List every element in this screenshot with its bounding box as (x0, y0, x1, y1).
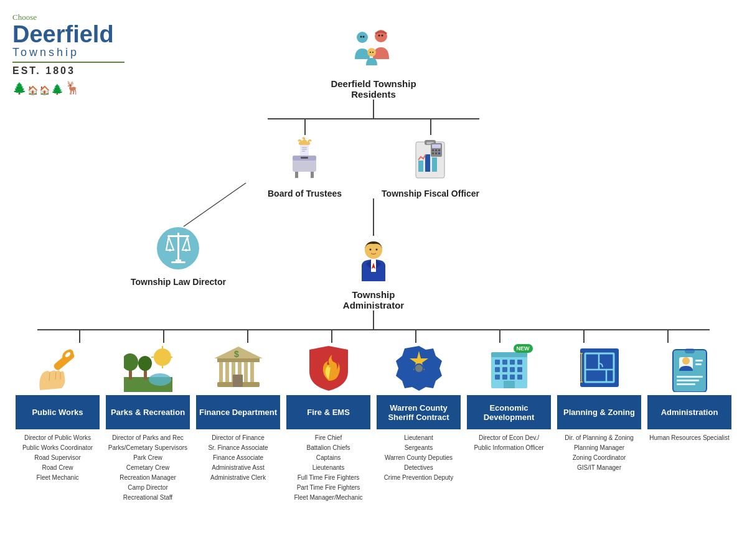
dept-parks-rec: Parks & Recreation Director of Parks and… (103, 343, 193, 503)
svg-rect-72 (250, 361, 254, 385)
logo-est: EST. 1803 (12, 65, 187, 77)
dept-header-admin: Administration (647, 395, 731, 429)
conn-residents-down (373, 100, 374, 118)
dept-header-planning: Planning & Zoning (557, 395, 641, 429)
svg-rect-38 (171, 261, 186, 263)
svg-point-7 (370, 52, 371, 53)
svg-rect-18 (295, 172, 298, 178)
residents-icon (349, 25, 398, 75)
svg-point-41 (185, 249, 187, 251)
dept-staff-fire: Fire Chief Battalion Chiefs Captains Lie… (286, 433, 370, 503)
svg-rect-91 (495, 375, 500, 380)
law-director-label: Township Law Director (131, 277, 226, 287)
svg-point-49 (375, 248, 377, 250)
new-badge: NEW (514, 344, 533, 353)
dept-v-lines (37, 330, 710, 343)
svg-rect-34 (438, 152, 440, 154)
dept-public-works: Public Works Director of Public Works Pu… (12, 343, 103, 483)
svg-rect-31 (438, 149, 440, 151)
svg-rect-112 (677, 380, 699, 381)
svg-rect-33 (435, 152, 437, 154)
svg-point-56 (154, 348, 171, 366)
svg-rect-68 (225, 361, 229, 385)
dept-fire-ems: Fire & EMS Fire Chief Battalion Chiefs C… (283, 343, 374, 503)
svg-rect-95 (504, 381, 515, 388)
svg-point-40 (169, 249, 171, 251)
svg-rect-24 (418, 161, 423, 172)
administrator-label: Township Administrator (324, 289, 423, 310)
dept-staff-finance: Director of Finance Sr. Finance Associat… (196, 433, 280, 483)
diagonal-connector (156, 180, 342, 230)
svg-rect-30 (435, 149, 437, 151)
logo-deerfield: Deerfield (12, 22, 114, 46)
administrator-icon (349, 236, 398, 286)
dept-econ-dev: NEW Economic Development Director of Eco… (464, 343, 554, 453)
svg-line-46 (184, 183, 246, 226)
svg-rect-82 (491, 352, 527, 357)
dept-planning: Planning & Zoning Dir. of Planning & Zon… (554, 343, 644, 473)
svg-rect-83 (495, 360, 500, 365)
svg-rect-87 (495, 367, 500, 372)
dept-staff-public-works: Director of Public Works Public Works Co… (16, 433, 100, 483)
svg-point-8 (372, 52, 374, 53)
svg-rect-26 (432, 157, 437, 172)
svg-rect-90 (517, 367, 522, 372)
conn-dept-v (373, 310, 374, 329)
dept-staff-sheriff: Lieutenant Sergeants Warren County Deput… (377, 433, 461, 483)
dept-icon-admin (665, 343, 715, 393)
svg-rect-94 (517, 375, 522, 380)
svg-rect-77 (233, 375, 243, 387)
svg-rect-93 (510, 375, 515, 380)
svg-point-4 (363, 36, 365, 38)
svg-rect-92 (502, 375, 507, 380)
svg-rect-37 (167, 235, 189, 237)
svg-point-2 (367, 48, 376, 57)
administrator-section: Township Law Director (93, 198, 654, 310)
dept-staff-parks: Director of Parks and Rec Parks/Cemetary… (106, 433, 190, 503)
svg-point-80 (415, 365, 423, 372)
residents-node: Deerfield Township Residents (324, 25, 423, 100)
dept-header-econ: Economic Development (467, 395, 551, 429)
svg-point-48 (369, 248, 371, 250)
dept-v-6 (499, 330, 500, 343)
svg-rect-109 (695, 360, 703, 362)
departments-row: Public Works Director of Public Works Pu… (12, 343, 735, 503)
dept-icon-econ: NEW (484, 343, 534, 393)
svg-rect-25 (425, 154, 430, 172)
dept-v-4 (331, 330, 332, 343)
dept-icon-parks (123, 343, 173, 393)
fiscal-branch: Township Fiscal Officer (382, 119, 479, 198)
svg-point-66 (149, 373, 171, 386)
dept-icon-sheriff (394, 343, 444, 393)
svg-point-6 (382, 35, 383, 37)
dept-v-3 (247, 330, 248, 343)
dept-staff-admin: Human Resources Specialist (647, 433, 731, 443)
dept-icon-public-works (33, 343, 83, 393)
administrator-node: Township Administrator (324, 236, 423, 310)
svg-point-3 (360, 36, 362, 38)
svg-rect-106 (685, 348, 695, 353)
law-director-icon (153, 223, 203, 273)
logo-scenery: 🌲 🏠 🏠 🌲 🦌 (12, 80, 187, 95)
dept-icon-fire (304, 343, 354, 393)
conn-admin-v (373, 198, 374, 236)
logo-area: Choose Deerfield Township EST. 1803 🌲 🏠 … (12, 12, 187, 95)
dept-icon-planning (575, 343, 624, 393)
svg-rect-19 (311, 172, 314, 178)
logo-township: Township (12, 46, 79, 59)
svg-rect-86 (517, 360, 522, 365)
dept-sheriff: Warren County Sheriff Contract Lieutenan… (374, 343, 464, 483)
svg-rect-11 (300, 145, 309, 156)
dept-v-7 (583, 330, 585, 343)
svg-rect-28 (432, 144, 441, 148)
dept-staff-planning: Dir. of Planning & Zoning Planning Manag… (557, 433, 641, 473)
dept-v-2 (163, 330, 164, 343)
dept-finance: $ Finance Department Director of Finance… (193, 343, 283, 483)
logo-divider (12, 62, 125, 63)
svg-rect-84 (502, 360, 507, 365)
dept-header-fire: Fire & EMS (286, 395, 370, 429)
dept-header-parks: Parks & Recreation (106, 395, 190, 429)
dept-header-sheriff: Warren County Sheriff Contract (377, 395, 461, 429)
svg-rect-110 (695, 363, 702, 365)
conn-trustees (304, 119, 306, 135)
